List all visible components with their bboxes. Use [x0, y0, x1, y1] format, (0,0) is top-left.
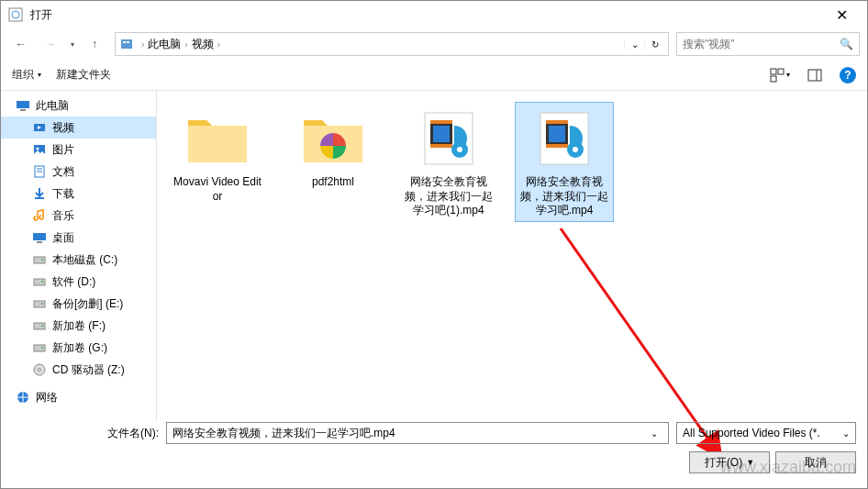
svg-rect-0: [9, 8, 22, 21]
svg-rect-26: [34, 301, 45, 307]
window-title: 打开: [30, 7, 823, 23]
svg-rect-47: [549, 126, 565, 142]
tree-icon: [32, 230, 47, 245]
svg-rect-8: [808, 70, 821, 81]
organize-menu[interactable]: 组织 ▾: [12, 67, 41, 83]
breadcrumb-sep: ›: [141, 39, 144, 50]
filename-dropdown[interactable]: ⌄: [646, 428, 662, 439]
svg-rect-4: [127, 41, 129, 43]
file-thumb-icon: [524, 106, 605, 172]
svg-point-33: [39, 369, 41, 372]
tree-icon: [32, 186, 47, 201]
help-button[interactable]: ?: [840, 67, 856, 83]
search-icon[interactable]: 🔍: [840, 38, 853, 50]
search-input[interactable]: [683, 38, 840, 50]
view-panel-button[interactable]: [805, 65, 825, 85]
refresh-button[interactable]: ↻: [644, 39, 664, 50]
filetype-filter[interactable]: All Supported Video Files (*. ⌄: [676, 422, 856, 444]
svg-rect-10: [17, 101, 29, 108]
sidebar-item-label: 网络: [36, 390, 58, 406]
filename-input[interactable]: [172, 427, 646, 439]
svg-point-25: [41, 281, 43, 283]
breadcrumb-expand[interactable]: ⌄: [624, 39, 644, 50]
sidebar-item[interactable]: 新加卷 (F:): [1, 315, 156, 337]
file-item[interactable]: 网络安全教育视频，进来我们一起学习吧(1).mp4: [399, 102, 498, 222]
filename-input-wrapper: ⌄: [166, 422, 669, 444]
tree-icon: [32, 142, 47, 157]
main-area: 此电脑 视频图片文档下载音乐桌面本地磁盘 (C:)软件 (D:)备份[勿删] (…: [1, 91, 867, 421]
svg-rect-2: [121, 39, 132, 49]
new-folder-button[interactable]: 新建文件夹: [56, 67, 111, 83]
search-box[interactable]: 🔍: [676, 32, 860, 56]
app-icon: [8, 7, 23, 22]
view-icons-button[interactable]: ▾: [770, 65, 790, 85]
open-button[interactable]: 打开(O)▼: [689, 451, 770, 473]
file-thumb-icon: [408, 106, 489, 172]
tree-icon: [32, 318, 47, 333]
filename-label: 文件名(N):: [12, 426, 159, 441]
sidebar: 此电脑 视频图片文档下载音乐桌面本地磁盘 (C:)软件 (D:)备份[勿删] (…: [1, 91, 157, 421]
chevron-down-icon: ⌄: [842, 428, 850, 439]
sidebar-item-label: 本地磁盘 (C:): [52, 252, 117, 268]
history-dropdown[interactable]: ▾: [71, 40, 74, 49]
cancel-button[interactable]: 取消: [775, 451, 856, 473]
sidebar-item[interactable]: 软件 (D:): [1, 271, 156, 293]
svg-rect-22: [34, 257, 45, 263]
sidebar-item-label: 软件 (D:): [52, 274, 95, 290]
tree-icon: [32, 340, 47, 355]
sidebar-item-label: 图片: [52, 142, 74, 158]
file-item[interactable]: Movavi Video Editor: [168, 102, 267, 207]
svg-point-49: [573, 147, 578, 152]
breadcrumb[interactable]: › 此电脑 › 视频 › ⌄ ↻: [115, 32, 669, 56]
sidebar-item[interactable]: 备份[勿删] (E:): [1, 293, 156, 315]
file-item[interactable]: pdf2html: [284, 102, 383, 194]
svg-rect-39: [430, 144, 452, 148]
svg-rect-40: [433, 126, 450, 142]
sidebar-item-label: 此电脑: [36, 98, 69, 114]
sidebar-item-network[interactable]: 网络: [1, 386, 156, 408]
sidebar-item-label: 下载: [52, 186, 74, 202]
svg-rect-6: [778, 69, 784, 74]
sidebar-item[interactable]: 视频: [1, 117, 156, 139]
sidebar-item[interactable]: CD 驱动器 (Z:): [1, 359, 156, 381]
up-button[interactable]: ↑: [82, 32, 107, 56]
svg-point-29: [41, 325, 43, 327]
forward-button: →: [38, 32, 63, 56]
svg-rect-20: [33, 233, 46, 240]
breadcrumb-folder[interactable]: 视频: [192, 37, 214, 52]
svg-point-15: [37, 148, 39, 150]
svg-point-23: [41, 259, 43, 261]
file-item[interactable]: 网络安全教育视频，进来我们一起学习吧.mp4: [515, 102, 614, 222]
sidebar-item[interactable]: 本地磁盘 (C:): [1, 249, 156, 271]
file-thumb-icon: [177, 106, 258, 172]
svg-rect-5: [771, 69, 776, 74]
svg-rect-21: [37, 241, 42, 243]
tree-icon: [32, 362, 47, 377]
back-button[interactable]: ←: [8, 32, 34, 56]
svg-point-42: [457, 147, 462, 152]
breadcrumb-sep: ›: [184, 39, 187, 50]
breadcrumb-sep: ›: [217, 39, 220, 50]
sidebar-item-this-pc[interactable]: 此电脑: [1, 94, 156, 117]
tree-icon: [32, 164, 47, 179]
network-icon: [16, 390, 30, 405]
sidebar-item[interactable]: 新加卷 (G:): [1, 337, 156, 359]
tree-icon: [32, 120, 47, 135]
svg-rect-28: [34, 323, 45, 329]
sidebar-item[interactable]: 文档: [1, 161, 156, 183]
file-label: 网络安全教育视频，进来我们一起学习吧(1).mp4: [403, 175, 495, 218]
sidebar-item-label: 视频: [52, 120, 74, 136]
svg-rect-45: [546, 120, 568, 124]
sidebar-item-label: 桌面: [52, 230, 74, 246]
file-label: pdf2html: [312, 175, 354, 190]
toolbar: 组织 ▾ 新建文件夹 ▾ ?: [1, 60, 867, 91]
sidebar-item[interactable]: 桌面: [1, 227, 156, 249]
close-button[interactable]: ✕: [823, 6, 860, 24]
footer: 文件名(N): ⌄ All Supported Video Files (*. …: [1, 415, 867, 481]
breadcrumb-root[interactable]: 此电脑: [148, 37, 181, 52]
sidebar-item[interactable]: 图片: [1, 139, 156, 161]
svg-rect-3: [123, 41, 126, 43]
pc-icon: [16, 98, 30, 113]
sidebar-item[interactable]: 下载: [1, 183, 156, 205]
sidebar-item[interactable]: 音乐: [1, 205, 156, 227]
